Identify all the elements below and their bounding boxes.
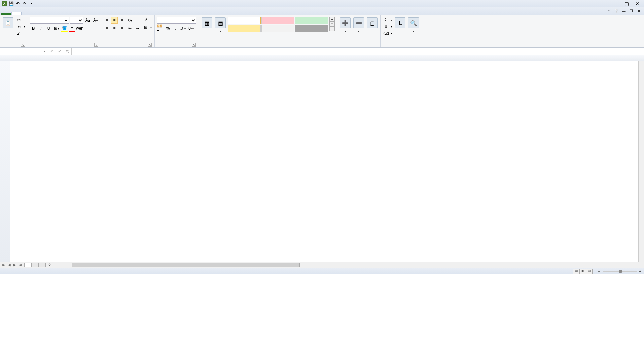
clipboard-launcher[interactable]: ↘ bbox=[21, 43, 25, 47]
indent-increase-button[interactable]: ⇥ bbox=[134, 25, 141, 32]
tab-insert[interactable] bbox=[22, 12, 32, 15]
style-calc[interactable] bbox=[261, 25, 294, 32]
orientation-button[interactable]: ⟲▾ bbox=[127, 17, 133, 24]
sheet-nav-last[interactable]: ⏭ bbox=[17, 263, 23, 267]
phonetic-button[interactable]: wén bbox=[76, 25, 83, 32]
undo-icon[interactable]: ↶ bbox=[15, 1, 21, 7]
align-middle-button[interactable]: ≡ bbox=[111, 17, 118, 24]
expand-formula-bar[interactable]: ⌄ bbox=[638, 48, 644, 55]
cut-button[interactable]: ✂ bbox=[15, 17, 26, 23]
view-layout-button[interactable]: ▣ bbox=[579, 269, 586, 274]
format-cells-button[interactable]: ▢▾ bbox=[366, 17, 378, 33]
align-left-button[interactable]: ≡ bbox=[103, 25, 110, 32]
view-pagebreak-button[interactable]: ▤ bbox=[586, 269, 593, 274]
cancel-formula-icon[interactable]: ✕ bbox=[47, 49, 55, 54]
indent-decrease-button[interactable]: ⇤ bbox=[127, 25, 133, 32]
align-right-button[interactable]: ≡ bbox=[119, 25, 126, 32]
increase-decimal-button[interactable]: .0→ bbox=[180, 25, 187, 32]
style-normal[interactable] bbox=[228, 17, 261, 24]
style-check[interactable] bbox=[295, 25, 328, 32]
horizontal-scrollbar[interactable] bbox=[67, 263, 637, 267]
cells-area[interactable] bbox=[10, 61, 644, 262]
doc-close-icon[interactable]: ✕ bbox=[636, 8, 641, 14]
sheet-nav-first[interactable]: ⏮ bbox=[1, 263, 7, 267]
vertical-scrollbar[interactable] bbox=[638, 61, 644, 262]
tab-data[interactable] bbox=[52, 12, 62, 15]
style-bad[interactable] bbox=[261, 17, 294, 24]
maximize-button[interactable]: ▢ bbox=[622, 1, 631, 6]
copy-button[interactable]: ⎘▾ bbox=[15, 24, 26, 30]
bold-button[interactable]: B bbox=[30, 25, 37, 32]
tab-layout[interactable] bbox=[32, 12, 42, 15]
excel-logo[interactable]: X bbox=[1, 1, 7, 7]
tab-foxit[interactable] bbox=[82, 12, 92, 15]
zoom-in-button[interactable]: + bbox=[639, 269, 641, 273]
tab-review[interactable] bbox=[62, 12, 72, 15]
fill-button[interactable]: ⬇▾ bbox=[383, 24, 393, 30]
view-normal-button[interactable]: ▦ bbox=[573, 269, 580, 274]
sheet-tab-1[interactable] bbox=[24, 263, 32, 267]
format-painter-button[interactable]: 🖌 bbox=[15, 30, 26, 36]
style-scroll-more[interactable]: ⋯ bbox=[329, 26, 335, 31]
qat-customize-icon[interactable]: ▾ bbox=[28, 1, 34, 7]
tab-home[interactable] bbox=[11, 12, 22, 15]
font-color-button[interactable]: A bbox=[69, 25, 75, 32]
doc-minimize-icon[interactable]: — bbox=[621, 8, 627, 14]
insert-cells-button[interactable]: ➕▾ bbox=[339, 17, 351, 33]
table-format-button[interactable]: ▤▾ bbox=[214, 17, 226, 33]
fill-color-button[interactable]: 🪣 bbox=[61, 25, 68, 32]
name-box[interactable] bbox=[10, 48, 47, 55]
align-top-button[interactable]: ≡ bbox=[103, 17, 110, 24]
comma-button[interactable]: , bbox=[172, 25, 179, 32]
number-format-select[interactable] bbox=[157, 17, 196, 24]
sort-filter-button[interactable]: ⇅▾ bbox=[394, 17, 406, 33]
close-button[interactable]: ✕ bbox=[633, 1, 641, 6]
delete-cells-button[interactable]: ➖▾ bbox=[353, 17, 365, 33]
style-scroll-up[interactable]: ▴ bbox=[329, 17, 335, 22]
minimize-button[interactable]: — bbox=[612, 1, 620, 6]
wrap-text-button[interactable]: ⤶ bbox=[142, 17, 152, 23]
enter-formula-icon[interactable]: ✓ bbox=[55, 49, 63, 54]
style-scroll-down[interactable]: ▾ bbox=[329, 22, 335, 26]
new-sheet-button[interactable]: ✧ bbox=[45, 263, 53, 267]
autosum-button[interactable]: Σ▾ bbox=[383, 17, 393, 23]
shrink-font-button[interactable]: A▾ bbox=[92, 17, 99, 24]
accounting-format-button[interactable]: 💴▾ bbox=[157, 25, 164, 32]
select-all-corner[interactable] bbox=[0, 55, 10, 61]
zoom-slider[interactable] bbox=[603, 271, 637, 272]
style-neutral[interactable] bbox=[228, 25, 261, 32]
clear-button[interactable]: ⌫▾ bbox=[383, 30, 393, 36]
redo-icon[interactable]: ↷ bbox=[22, 1, 28, 7]
italic-button[interactable]: I bbox=[38, 25, 44, 32]
decrease-decimal-button[interactable]: .0← bbox=[188, 25, 194, 32]
tab-file[interactable] bbox=[1, 13, 11, 15]
conditional-format-button[interactable]: ▦▾ bbox=[201, 17, 213, 33]
grow-font-button[interactable]: A▴ bbox=[84, 17, 91, 24]
number-launcher[interactable]: ↘ bbox=[192, 43, 196, 47]
formula-input[interactable] bbox=[72, 48, 638, 55]
save-icon[interactable]: 💾 bbox=[8, 1, 14, 7]
style-good[interactable] bbox=[295, 17, 328, 24]
percent-button[interactable]: % bbox=[165, 25, 171, 32]
align-launcher[interactable]: ↘ bbox=[148, 43, 152, 47]
tab-view[interactable] bbox=[72, 12, 82, 15]
sheet-nav-next[interactable]: ▶ bbox=[12, 263, 17, 267]
help-icon[interactable]: ❔ bbox=[614, 8, 619, 14]
zoom-out-button[interactable]: − bbox=[598, 269, 600, 273]
sheet-tab-2[interactable] bbox=[31, 263, 39, 267]
sheet-nav-prev[interactable]: ◀ bbox=[7, 263, 12, 267]
underline-button[interactable]: U bbox=[45, 25, 52, 32]
align-bottom-button[interactable]: ≡ bbox=[119, 17, 126, 24]
font-name-select[interactable] bbox=[30, 17, 69, 24]
align-center-button[interactable]: ≡ bbox=[111, 25, 118, 32]
merge-center-button[interactable]: ⊟▾ bbox=[142, 24, 152, 30]
font-launcher[interactable]: ↘ bbox=[94, 43, 98, 47]
border-button[interactable]: ⊞▾ bbox=[53, 25, 60, 32]
insert-function-icon[interactable]: fx bbox=[63, 49, 71, 54]
find-select-button[interactable]: 🔍▾ bbox=[407, 17, 420, 33]
sheet-tab-3[interactable] bbox=[38, 263, 46, 267]
doc-restore-icon[interactable]: ❐ bbox=[629, 8, 634, 14]
ribbon-minimize-icon[interactable]: ⌃ bbox=[606, 8, 612, 14]
tab-formulas[interactable] bbox=[42, 12, 52, 15]
font-size-select[interactable] bbox=[70, 17, 83, 24]
